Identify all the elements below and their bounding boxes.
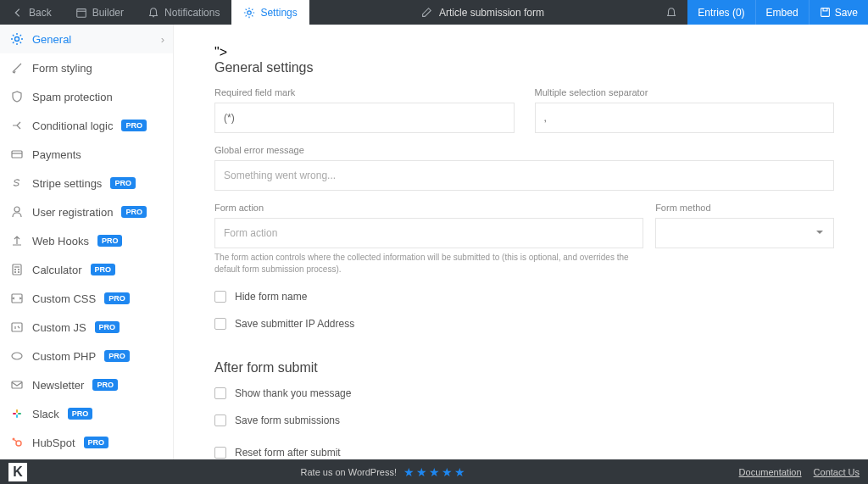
sidebar-item-label: Stripe settings <box>32 177 102 190</box>
svg-point-2 <box>248 10 251 14</box>
star-icon: ★ <box>454 465 465 479</box>
show-thanks-label: Show thank you message <box>235 387 351 399</box>
sidebar-item-stripe[interactable]: Stripe settings PRO <box>0 169 173 197</box>
contact-link[interactable]: Contact Us <box>814 467 860 477</box>
svg-point-12 <box>19 270 19 270</box>
sidebar-item-label: Conditional logic <box>32 120 113 132</box>
sidebar-item-slack[interactable]: Slack PRO <box>0 399 173 428</box>
sidebar-item-label: Payments <box>32 148 81 161</box>
reset-form-label: Reset form after submit <box>235 447 341 459</box>
gear-icon <box>243 7 255 19</box>
svg-rect-21 <box>16 409 18 413</box>
svg-rect-4 <box>823 8 827 11</box>
rating-stars[interactable]: ★ ★ ★ ★ ★ <box>403 465 465 479</box>
svg-point-5 <box>15 37 19 42</box>
settings-tab[interactable]: Settings <box>231 0 309 25</box>
star-icon: ★ <box>442 465 453 479</box>
svg-rect-22 <box>16 414 18 418</box>
svg-point-11 <box>15 270 16 270</box>
reset-form-checkbox[interactable] <box>214 447 226 459</box>
entries-button[interactable]: Entries (0) <box>687 0 755 25</box>
sidebar-item-form-styling[interactable]: Form styling <box>0 53 173 82</box>
pro-badge: PRO <box>91 264 116 275</box>
back-button[interactable]: Back <box>0 0 64 25</box>
form-title[interactable]: Article submission form <box>439 7 544 19</box>
gear-icon <box>10 32 24 46</box>
card-icon <box>10 147 24 161</box>
logo-k: K <box>8 463 27 481</box>
star-icon: ★ <box>416 465 427 479</box>
sidebar-item-label: User registration <box>32 206 113 219</box>
save-submissions-checkbox[interactable] <box>214 414 226 426</box>
notif-bell[interactable] <box>655 0 687 25</box>
save-button[interactable]: Save <box>810 0 868 25</box>
builder-tab[interactable]: Builder <box>64 0 136 25</box>
hubspot-icon <box>10 436 24 449</box>
pro-badge: PRO <box>92 379 118 391</box>
separator-input[interactable] <box>535 103 835 133</box>
global-error-input[interactable] <box>214 160 834 191</box>
pro-badge: PRO <box>84 437 109 448</box>
sidebar-item-user-reg[interactable]: User registration PRO <box>0 197 173 226</box>
documentation-link[interactable]: Documentation <box>739 467 802 477</box>
brush-icon <box>10 61 24 75</box>
hide-form-name-checkbox[interactable] <box>214 291 226 303</box>
sidebar-item-label: Spam protection <box>32 91 113 103</box>
title-area: Article submission form <box>309 0 655 25</box>
sidebar-item-label: Form styling <box>32 62 92 75</box>
user-icon <box>10 205 24 219</box>
sidebar-item-label: General <box>32 33 71 46</box>
form-method-select[interactable] <box>655 218 834 248</box>
main-content: "> General settings Required field mark … <box>173 25 868 459</box>
section-title-general: General settings <box>214 60 834 75</box>
required-mark-label: Required field mark <box>214 87 515 97</box>
embed-button[interactable]: Embed <box>756 0 810 25</box>
svg-point-14 <box>19 272 19 273</box>
builder-label: Builder <box>92 7 124 19</box>
sidebar-item-payments[interactable]: Payments <box>0 140 173 169</box>
svg-point-17 <box>12 353 22 359</box>
svg-line-25 <box>14 440 17 442</box>
sidebar-item-newsletter[interactable]: Newsletter PRO <box>0 370 173 399</box>
pro-badge: PRO <box>97 235 123 247</box>
rate-label: Rate us on WordPress! <box>301 467 398 477</box>
notifications-tab[interactable]: Notifications <box>136 0 231 25</box>
sidebar-item-custom-css[interactable]: Custom CSS PRO <box>0 284 173 313</box>
sidebar-item-label: Custom JS <box>32 321 86 334</box>
sidebar-item-webhooks[interactable]: Web Hooks PRO <box>0 226 173 255</box>
form-action-input[interactable] <box>214 218 643 248</box>
save-icon <box>820 7 831 18</box>
sidebar-item-label: Newsletter <box>32 379 84 392</box>
js-icon <box>10 320 24 334</box>
star-icon: ★ <box>403 465 415 479</box>
sidebar-item-custom-js[interactable]: Custom JS PRO <box>0 313 173 342</box>
css-icon <box>10 292 24 305</box>
pro-badge: PRO <box>121 206 147 218</box>
shield-icon <box>10 90 24 103</box>
chevron-right-icon: › <box>161 33 164 46</box>
notifications-label: Notifications <box>164 7 220 19</box>
sidebar-item-conditional[interactable]: Conditional logic PRO <box>0 111 173 140</box>
calendar-icon <box>75 7 87 19</box>
form-action-help: The form action controls where the colle… <box>214 252 643 275</box>
svg-point-13 <box>15 272 16 273</box>
save-ip-checkbox[interactable] <box>214 318 226 330</box>
sidebar-item-label: Calculator <box>32 264 82 276</box>
sidebar-item-general[interactable]: General › <box>0 25 173 53</box>
sidebar-item-spam[interactable]: Spam protection <box>0 82 173 111</box>
required-mark-input[interactable] <box>214 103 515 133</box>
sidebar: General › Form styling Spam protection C… <box>0 25 173 459</box>
star-icon: ★ <box>429 465 440 479</box>
chevron-left-icon <box>12 7 24 19</box>
sidebar-item-custom-php[interactable]: Custom PHP PRO <box>0 342 173 370</box>
svg-rect-3 <box>821 8 829 17</box>
slack-icon <box>10 407 24 420</box>
upload-icon <box>10 234 24 248</box>
php-icon <box>10 349 24 363</box>
pro-badge: PRO <box>95 321 120 333</box>
global-error-label: Global error message <box>214 145 834 155</box>
show-thanks-checkbox[interactable] <box>214 387 226 399</box>
branch-icon <box>10 119 24 132</box>
sidebar-item-hubspot[interactable]: HubSpot PRO <box>0 428 173 457</box>
sidebar-item-calculator[interactable]: Calculator PRO <box>0 255 173 284</box>
